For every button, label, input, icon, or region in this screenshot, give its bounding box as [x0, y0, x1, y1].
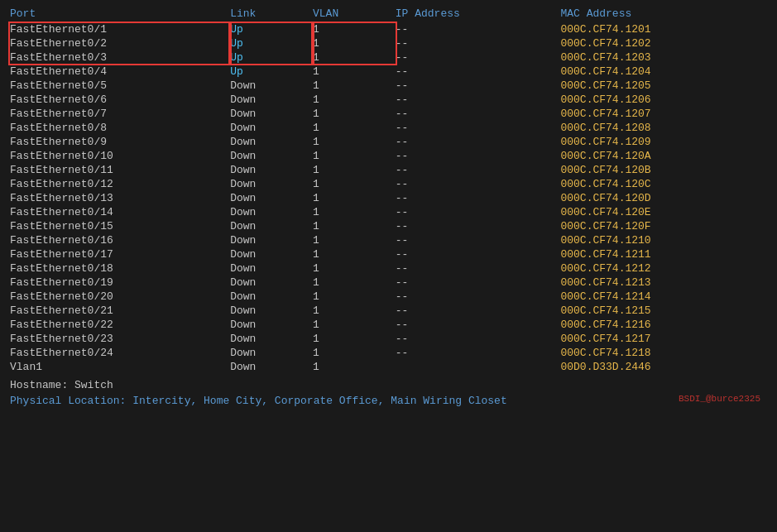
header-mac: MAC Address — [560, 7, 767, 22]
cell-port: FastEthernet0/15 — [10, 219, 230, 233]
cell-vlan: 1 — [313, 22, 396, 36]
cell-ip: -- — [396, 332, 561, 346]
cell-port: FastEthernet0/1 — [10, 22, 230, 36]
cell-link: Down — [230, 79, 313, 93]
watermark: BSDI_@burce2325 — [679, 394, 760, 404]
table-row: FastEthernet0/17 Down 1 -- 000C.CF74.121… — [10, 247, 767, 261]
cell-ip: -- — [396, 65, 561, 79]
cell-ip: -- — [396, 346, 561, 360]
cell-vlan: 1 — [313, 290, 396, 304]
cell-mac: 000C.CF74.1211 — [560, 247, 767, 261]
table-row: FastEthernet0/15 Down 1 -- 000C.CF74.120… — [10, 219, 767, 233]
header-port: Port — [10, 7, 230, 22]
header-link: Link — [230, 7, 313, 22]
cell-port: Vlan1 — [10, 360, 230, 374]
cell-mac: 000C.CF74.120A — [560, 149, 767, 163]
cell-link: Down — [230, 247, 313, 261]
cell-port: FastEthernet0/23 — [10, 332, 230, 346]
table-row: Vlan1 Down 1 00D0.D33D.2446 — [10, 360, 767, 374]
cell-mac: 000C.CF74.120E — [560, 205, 767, 219]
cell-link: Down — [230, 107, 313, 121]
table-row: FastEthernet0/4 Up 1 -- 000C.CF74.1204 — [10, 65, 767, 79]
cell-link: Down — [230, 318, 313, 332]
cell-port: FastEthernet0/7 — [10, 107, 230, 121]
table-row: FastEthernet0/21 Down 1 -- 000C.CF74.121… — [10, 304, 767, 318]
table-row: FastEthernet0/22 Down 1 -- 000C.CF74.121… — [10, 318, 767, 332]
cell-ip: -- — [396, 304, 561, 318]
cell-ip: -- — [396, 121, 561, 135]
cell-port: FastEthernet0/18 — [10, 261, 230, 276]
cell-mac: 000C.CF74.1201 — [560, 22, 767, 36]
cell-vlan: 1 — [313, 36, 396, 50]
cell-ip: -- — [396, 50, 561, 65]
cell-port: FastEthernet0/8 — [10, 121, 230, 135]
cell-port: FastEthernet0/12 — [10, 177, 230, 191]
cell-vlan: 1 — [313, 135, 396, 149]
cell-port: FastEthernet0/13 — [10, 191, 230, 205]
cell-link: Up — [230, 36, 313, 50]
cell-port: FastEthernet0/9 — [10, 135, 230, 149]
cell-link: Down — [230, 163, 313, 177]
cell-vlan: 1 — [313, 121, 396, 135]
main-container: Port Link VLAN IP Address MAC Address Fa… — [10, 7, 767, 407]
cell-mac: 000C.CF74.1203 — [560, 50, 767, 65]
cell-vlan: 1 — [313, 247, 396, 261]
cell-port: FastEthernet0/21 — [10, 304, 230, 318]
cell-mac: 000C.CF74.1205 — [560, 79, 767, 93]
cell-mac: 000C.CF74.1210 — [560, 233, 767, 247]
cell-vlan: 1 — [313, 219, 396, 233]
cell-vlan: 1 — [313, 65, 396, 79]
table-row: FastEthernet0/8 Down 1 -- 000C.CF74.1208 — [10, 121, 767, 135]
cell-link: Down — [230, 233, 313, 247]
table-row: FastEthernet0/7 Down 1 -- 000C.CF74.1207 — [10, 107, 767, 121]
table-body: FastEthernet0/1 Up 1 -- 000C.CF74.1201 F… — [10, 22, 767, 374]
cell-mac: 000C.CF74.1208 — [560, 121, 767, 135]
table-row: FastEthernet0/16 Down 1 -- 000C.CF74.121… — [10, 233, 767, 247]
cell-ip: -- — [396, 36, 561, 50]
cell-vlan: 1 — [313, 318, 396, 332]
cell-link: Down — [230, 93, 313, 107]
cell-port: FastEthernet0/11 — [10, 163, 230, 177]
cell-link: Down — [230, 290, 313, 304]
cell-vlan: 1 — [313, 93, 396, 107]
cell-link: Down — [230, 261, 313, 276]
cell-link: Down — [230, 149, 313, 163]
cell-vlan: 1 — [313, 360, 396, 374]
cell-link: Down — [230, 177, 313, 191]
table-row: FastEthernet0/14 Down 1 -- 000C.CF74.120… — [10, 205, 767, 219]
table-row: FastEthernet0/11 Down 1 -- 000C.CF74.120… — [10, 163, 767, 177]
cell-port: FastEthernet0/14 — [10, 205, 230, 219]
cell-ip: -- — [396, 276, 561, 290]
hostname-label: Hostname: Switch — [10, 379, 767, 391]
cell-ip: -- — [396, 205, 561, 219]
table-row: FastEthernet0/2 Up 1 -- 000C.CF74.1202 — [10, 36, 767, 50]
cell-ip: -- — [396, 233, 561, 247]
table-row: FastEthernet0/3 Up 1 -- 000C.CF74.1203 — [10, 50, 767, 65]
cell-mac: 000C.CF74.120D — [560, 191, 767, 205]
cell-ip: -- — [396, 261, 561, 276]
cell-ip: -- — [396, 135, 561, 149]
cell-link: Down — [230, 219, 313, 233]
cell-ip: -- — [396, 191, 561, 205]
table-header: Port Link VLAN IP Address MAC Address — [10, 7, 767, 22]
cell-mac: 000C.CF74.1209 — [560, 135, 767, 149]
cell-mac: 000C.CF74.1216 — [560, 318, 767, 332]
cell-vlan: 1 — [313, 107, 396, 121]
cell-port: FastEthernet0/5 — [10, 79, 230, 93]
cell-port: FastEthernet0/16 — [10, 233, 230, 247]
table-row: FastEthernet0/5 Down 1 -- 000C.CF74.1205 — [10, 79, 767, 93]
cell-link: Down — [230, 346, 313, 360]
cell-ip: -- — [396, 290, 561, 304]
cell-ip: -- — [396, 79, 561, 93]
cell-link: Down — [230, 191, 313, 205]
cell-ip — [396, 360, 561, 374]
cell-port: FastEthernet0/24 — [10, 346, 230, 360]
cell-link: Down — [230, 304, 313, 318]
cell-ip: -- — [396, 219, 561, 233]
header-vlan: VLAN — [313, 7, 396, 22]
table-row: FastEthernet0/6 Down 1 -- 000C.CF74.1206 — [10, 93, 767, 107]
cell-vlan: 1 — [313, 332, 396, 346]
cell-port: FastEthernet0/17 — [10, 247, 230, 261]
cell-vlan: 1 — [313, 205, 396, 219]
cell-mac: 000C.CF74.1218 — [560, 346, 767, 360]
